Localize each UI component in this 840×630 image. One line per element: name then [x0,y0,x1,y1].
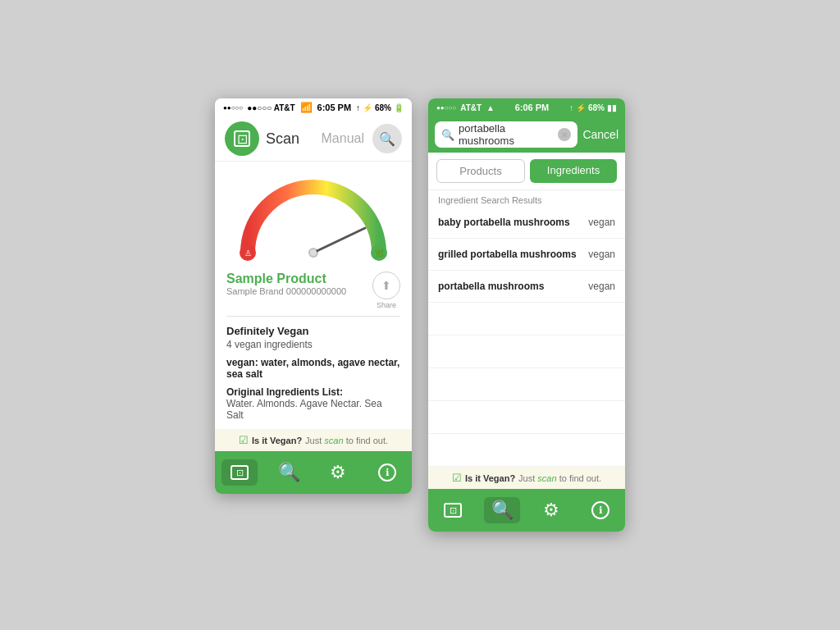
bottom-banner-1: ☑ Is it Vegan? Just scan to find out. [215,429,412,451]
original-list-section: Original Ingredients List: Water. Almond… [226,386,400,421]
vegan-prefix: vegan [226,357,255,368]
gauge-visual: ♙ 🌿 [231,175,395,265]
banner-tagline-1: Just scan to find out. [305,436,388,445]
phone1: ●●○○○ ●●○○○ AT&T 📶 6:05 PM ↑ ⚡ 68% 🔋 ⊡ S… [215,98,412,494]
cancel-button[interactable]: Cancel [582,128,619,141]
banner-brand-1: Is it Vegan? [252,436,302,445]
empty-row-1 [428,303,625,336]
empty-row-5 [428,434,625,467]
nav-scan-button[interactable]: ⊡ [221,459,258,486]
bottom-nav-2: ⊡ 🔍 ⚙ ℹ [428,489,625,532]
vegan-info-section: Definitely Vegan 4 vegan ingredients veg… [215,317,412,429]
scan-button[interactable]: ⊡ [225,121,259,156]
nav-gear-icon: ⚙ [330,462,346,483]
scan-label: Scan [266,130,299,148]
svg-text:🌿: 🌿 [374,248,385,258]
nav2-info-icon: ℹ [591,501,609,519]
empty-row-2 [428,336,625,368]
bluetooth-icon-2: ⚡ [576,103,586,112]
wifi-icon-2: ▲ [486,103,495,112]
nav-search-icon: 🔍 [278,462,300,483]
results-section-label: Ingredient Search Results [428,190,625,207]
nav2-settings-button[interactable]: ⚙ [533,497,569,523]
svg-line-5 [313,228,365,253]
bottom-nav-1: ⊡ 🔍 ⚙ ℹ [215,451,412,494]
manual-label: Manual [322,131,364,146]
wifi-icon: 📶 [300,102,313,113]
tab-ingredients[interactable]: Ingredients [530,159,617,183]
banner-logo-icon-2: ☑ [452,472,462,484]
svg-point-6 [310,249,317,256]
product-info-section: Sample Product Sample Brand 000000000000… [215,265,412,316]
search-bar[interactable]: 🔍 portabella mushrooms ✕ [435,121,578,148]
tab-products-label: Products [459,165,501,177]
result-row-2[interactable]: grilled portabella mushrooms vegan [428,239,625,271]
bottom-banner-2: ☑ Is it Vegan? Just scan to find out. [428,467,625,489]
result-name-1: baby portabella mushrooms [438,217,570,228]
nav-info-button[interactable]: ℹ [369,459,405,486]
original-list-title: Original Ingredients List: [226,386,400,398]
search-icon: 🔍 [379,131,395,147]
result-row-3[interactable]: portabella mushrooms vegan [428,271,625,303]
nav2-info-button[interactable]: ℹ [582,497,619,523]
banner-scan-word-1: scan [324,436,343,445]
nav2-search-icon: 🔍 [491,500,514,521]
share-label: Share [377,301,396,309]
tab-bar: Products Ingredients [428,153,625,190]
product-brand: Sample Brand 000000000000 [226,286,346,296]
nav-scan-icon: ⊡ [231,465,249,480]
carrier-label: ●●○○○ AT&T [247,103,295,112]
status-bar-1: ●●○○○ ●●○○○ AT&T 📶 6:05 PM ↑ ⚡ 68% 🔋 [215,98,412,116]
search-header: 🔍 portabella mushrooms ✕ Cancel [428,116,625,153]
search-bar-icon: 🔍 [441,129,454,141]
status-bar-2: ●●○○○ AT&T ▲ 6:06 PM ↑ ⚡ 68% ▮▮ [428,98,625,116]
bluetooth-icon: ⚡ [363,103,372,112]
manual-search-button[interactable]: 🔍 [372,124,402,153]
nav2-search-button[interactable]: 🔍 [484,497,520,523]
status-time-1: 6:05 PM [317,103,352,112]
svg-text:♙: ♙ [244,249,252,258]
location-icon: ↑ [356,103,360,112]
status-time-2: 6:06 PM [515,103,550,112]
share-button[interactable]: ⬆ Share [372,272,400,309]
banner-tagline-2: Just scan to find out. [518,473,601,483]
search-clear-button[interactable]: ✕ [558,128,571,141]
result-name-2: grilled portabella mushrooms [438,249,577,260]
share-icon: ⬆ [372,272,400,299]
tab-products[interactable]: Products [436,159,525,183]
carrier-label-2: AT&T [460,103,482,112]
location-icon-2: ↑ [569,103,573,112]
result-row-1[interactable]: baby portabella mushrooms vegan [428,207,625,239]
original-list-content: Water. Almonds. Agave Nectar. Sea Salt [226,398,400,421]
nav2-gear-icon: ⚙ [543,500,559,521]
gauge-section: ♙ 🌿 [215,162,412,265]
empty-rows [428,303,625,467]
phone2: ●●○○○ AT&T ▲ 6:06 PM ↑ ⚡ 68% ▮▮ 🔍 portab… [428,98,625,532]
banner-logo-icon: ☑ [239,434,249,446]
scan-header: ⊡ Scan Manual 🔍 [215,116,412,162]
result-tag-3: vegan [588,281,615,292]
verdict-title: Definitely Vegan [226,325,400,337]
vegan-ingredients: vegan: water, almonds, agave nectar, sea… [226,357,400,380]
battery-icon: 🔋 [394,103,404,112]
signal-icon-2: ●●○○○ [436,104,456,112]
nav2-scan-button[interactable]: ⊡ [435,497,471,523]
nav-info-icon: ℹ [378,463,396,482]
verdict-count: 4 vegan ingredients [226,339,400,350]
search-bar-text: portabella mushrooms [459,122,554,147]
nav-settings-button[interactable]: ⚙ [320,459,356,486]
empty-row-3 [428,368,625,401]
battery-icon-2: ▮▮ [607,103,617,112]
scan-frame-icon: ⊡ [234,130,250,147]
empty-row-4 [428,401,625,434]
product-name: Sample Product [226,272,346,286]
battery-label: 68% [375,103,391,112]
banner-scan-word-2: scan [537,473,556,483]
signal-icon: ●●○○○ [223,104,243,112]
nav-search-button[interactable]: 🔍 [271,459,307,486]
banner-brand-2: Is it Vegan? [465,473,515,483]
tab-ingredients-label: Ingredients [547,164,600,176]
battery-label-2: 68% [588,103,605,112]
result-tag-2: vegan [588,249,615,260]
result-tag-1: vegan [588,217,615,228]
